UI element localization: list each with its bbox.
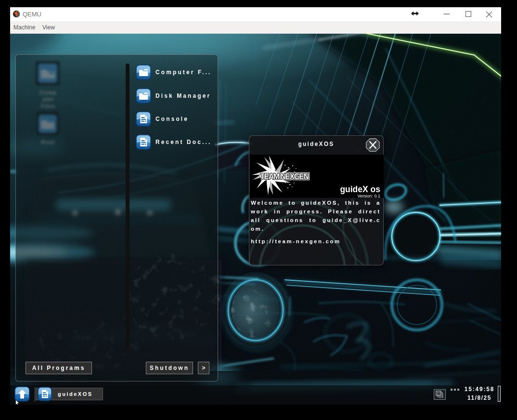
svg-text:TEAM NEXGEN: TEAM NEXGEN	[260, 172, 309, 181]
